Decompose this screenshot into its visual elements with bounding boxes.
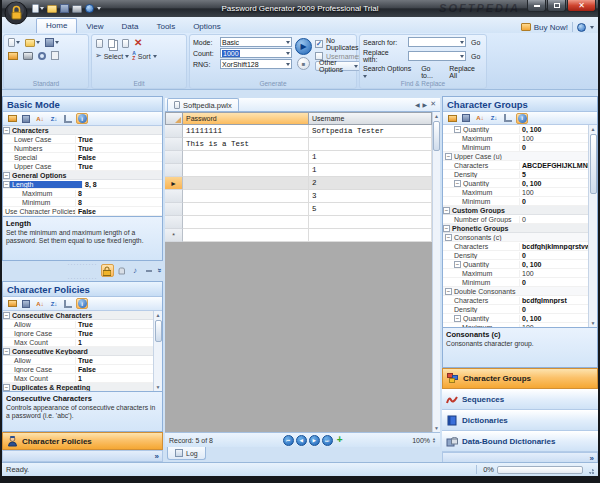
tree-view-icon[interactable] bbox=[62, 113, 74, 124]
import-icon[interactable] bbox=[6, 298, 18, 309]
tab-scroll-left-icon[interactable]: ◀ bbox=[415, 101, 420, 108]
property-row[interactable]: Max Count1 bbox=[3, 338, 153, 347]
tab-scroll-right-icon[interactable]: ▶ bbox=[423, 101, 428, 108]
paste-button[interactable] bbox=[121, 38, 130, 49]
search-for-combo[interactable] bbox=[408, 37, 466, 47]
nav-character-groups[interactable]: Character Groups bbox=[442, 368, 598, 389]
import-icon[interactable] bbox=[6, 113, 18, 124]
new-icon[interactable] bbox=[32, 4, 44, 13]
tab-view[interactable]: View bbox=[77, 20, 112, 33]
replace-with-combo[interactable] bbox=[408, 51, 466, 61]
replace-go-button[interactable]: Go bbox=[469, 53, 482, 60]
resize-grip-icon[interactable] bbox=[586, 466, 594, 474]
info-icon[interactable]: i bbox=[76, 113, 88, 124]
scrollbar[interactable]: ▲▼ bbox=[588, 125, 597, 327]
rng-combo[interactable]: XorShift128 bbox=[220, 59, 292, 69]
table-row[interactable]: 1 bbox=[165, 151, 432, 164]
new-button[interactable] bbox=[7, 37, 21, 48]
left-nav-overflow[interactable]: » bbox=[2, 450, 163, 462]
scrollbar[interactable]: ▲▼ bbox=[153, 311, 162, 391]
last-record-button[interactable]: ⏭ bbox=[322, 435, 333, 446]
property-row[interactable]: Quantity0, 100 bbox=[443, 260, 588, 269]
tab-home[interactable]: Home bbox=[36, 18, 77, 33]
table-row-current[interactable]: ►2 bbox=[165, 177, 432, 190]
property-row[interactable]: Maximum8 bbox=[3, 189, 162, 198]
right-nav-overflow[interactable]: » bbox=[442, 452, 598, 462]
add-record-button[interactable]: + bbox=[337, 435, 343, 445]
property-row[interactable]: Quantity0, 100 bbox=[443, 125, 588, 134]
group-row[interactable]: Consonants (c) bbox=[443, 233, 588, 242]
other-options-button[interactable]: Other Options bbox=[315, 61, 362, 71]
table-row[interactable]: 11111111Softpedia Tester bbox=[165, 125, 432, 138]
zoom-splitter-icon[interactable]: ▲▼ bbox=[432, 437, 436, 444]
property-row[interactable]: Charactersbcdfghjklmnpqrstvwxz bbox=[443, 242, 588, 251]
category-row[interactable]: Consecutive Characters bbox=[3, 311, 153, 320]
property-row[interactable]: Ignore CaseTrue bbox=[3, 329, 153, 338]
nav-sequences[interactable]: Sequences bbox=[442, 389, 598, 410]
property-row[interactable]: Max Count1 bbox=[3, 374, 153, 383]
minimize-button[interactable] bbox=[527, 0, 546, 12]
first-record-button[interactable]: ⏮ bbox=[283, 435, 294, 446]
table-row[interactable]: This is a Test bbox=[165, 138, 432, 151]
copy-button[interactable] bbox=[107, 38, 118, 49]
tab-data[interactable]: Data bbox=[113, 20, 148, 33]
nav-dictionaries[interactable]: Dictionaries bbox=[442, 410, 598, 431]
cut-button[interactable] bbox=[95, 38, 104, 49]
column-header-username[interactable]: Username bbox=[309, 112, 432, 125]
select-button[interactable]: ➢Select bbox=[95, 52, 129, 60]
property-row[interactable]: SpecialFalse bbox=[3, 153, 162, 162]
panel-splitter[interactable]: ·········· ♪ » ·········· bbox=[2, 261, 163, 281]
log-tab[interactable]: Log bbox=[167, 447, 206, 460]
search-options-button[interactable]: Search Options bbox=[363, 65, 415, 79]
save-icon[interactable] bbox=[60, 4, 69, 13]
category-row[interactable]: Consecutive Keyboard bbox=[3, 347, 153, 356]
property-row[interactable]: Minimum0 bbox=[443, 278, 588, 287]
sort-desc-icon[interactable]: Z↓ bbox=[48, 113, 60, 124]
property-row[interactable]: Maximum100 bbox=[443, 269, 588, 278]
protect-button[interactable] bbox=[50, 50, 60, 61]
category-row[interactable]: General Options bbox=[3, 171, 162, 180]
property-row[interactable]: Lower CaseTrue bbox=[3, 135, 162, 144]
table-row-new[interactable]: * bbox=[165, 229, 432, 242]
sort-button[interactable]: AZSort bbox=[132, 51, 156, 61]
goto-button[interactable]: Go to... bbox=[421, 65, 443, 79]
save-button[interactable] bbox=[44, 37, 60, 48]
category-row[interactable]: Characters bbox=[3, 126, 162, 135]
table-row[interactable]: 3 bbox=[165, 190, 432, 203]
property-row[interactable]: Minimum8 bbox=[3, 198, 162, 207]
info-icon[interactable]: i bbox=[76, 298, 88, 309]
property-row[interactable]: Density0 bbox=[443, 305, 588, 314]
count-combo[interactable]: 1000 bbox=[220, 48, 292, 58]
table-row[interactable]: 1 bbox=[165, 164, 432, 177]
sort-asc-icon[interactable]: A↓ bbox=[34, 298, 46, 309]
tab-options[interactable]: Options bbox=[184, 20, 230, 33]
property-row[interactable]: CharactersABCDEFGHIJKLMNOPQRSTUVWXYZ bbox=[443, 161, 588, 170]
generate-stop-button[interactable]: ■ bbox=[297, 57, 310, 70]
tree-view-icon[interactable] bbox=[502, 113, 514, 124]
property-row[interactable]: AllowTrue bbox=[3, 320, 153, 329]
delete-button[interactable]: ✕ bbox=[133, 37, 143, 49]
property-row[interactable]: Minimum0 bbox=[443, 197, 588, 206]
help-dropdown-icon[interactable] bbox=[590, 26, 594, 29]
property-row-selected[interactable]: Length8, 8 bbox=[3, 180, 162, 189]
search-go-button[interactable]: Go bbox=[469, 39, 482, 46]
category-row[interactable]: Phonetic Groups bbox=[443, 224, 588, 233]
sort-asc-icon[interactable]: A↓ bbox=[474, 113, 486, 124]
group-row[interactable]: Double Consonants bbox=[443, 287, 588, 296]
save-icon[interactable] bbox=[20, 298, 32, 309]
property-row[interactable]: Upper CaseTrue bbox=[3, 162, 162, 171]
import-button[interactable] bbox=[7, 51, 19, 61]
help-icon[interactable] bbox=[577, 23, 586, 32]
replace-all-button[interactable]: Replace All bbox=[449, 65, 483, 79]
sort-asc-icon[interactable]: A↓ bbox=[34, 113, 46, 124]
property-row[interactable]: NumbersTrue bbox=[3, 144, 162, 153]
property-row[interactable]: Number of Groups0 bbox=[443, 215, 588, 224]
maximize-button[interactable] bbox=[547, 0, 566, 12]
table-row[interactable] bbox=[165, 216, 432, 229]
tab-close-icon[interactable]: ✕ bbox=[430, 100, 436, 108]
app-lock-icon[interactable] bbox=[4, 1, 29, 30]
property-row[interactable]: Charactersbcdfglmnprst bbox=[443, 296, 588, 305]
sort-desc-icon[interactable]: Z↓ bbox=[48, 298, 60, 309]
property-row[interactable]: Maximum100 bbox=[443, 188, 588, 197]
property-row[interactable]: AllowTrue bbox=[3, 356, 153, 365]
